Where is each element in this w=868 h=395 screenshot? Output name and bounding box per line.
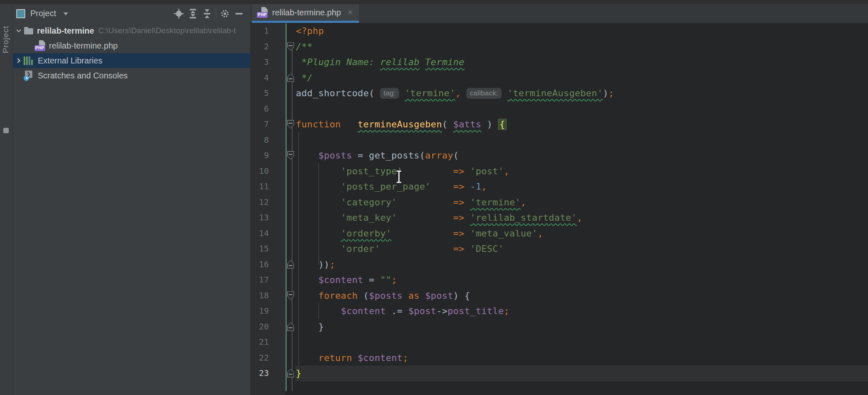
code-text: /** — [296, 39, 313, 55]
code-line-23: 23} — [250, 366, 868, 381]
line-number: 13 — [250, 210, 269, 226]
fold-column — [269, 54, 296, 70]
fold-column — [269, 366, 296, 381]
code-text: } — [296, 366, 302, 381]
fold-column — [269, 39, 296, 55]
chevron-right-icon[interactable] — [14, 57, 24, 64]
code-line-2: 2/** — [250, 39, 868, 55]
code-line-5: 5add_shortcode( tag: 'termine', callback… — [250, 85, 868, 101]
tree-row-external-libraries[interactable]: External Libraries — [13, 53, 250, 68]
folder-icon — [24, 27, 34, 35]
code-line-6: 6 — [250, 101, 868, 117]
code-text: } — [296, 319, 324, 335]
code-editor[interactable]: 1<?php2/**3 *Plugin Name: relilab Termin… — [250, 23, 868, 395]
line-number: 1 — [250, 23, 269, 39]
project-tree: relilab-termineC:\Users\Daniel\Desktop\r… — [13, 23, 250, 83]
settings-gear-icon[interactable] — [218, 7, 232, 21]
code-text: foreach ($posts as $post) { — [296, 288, 470, 304]
tree-row-scratches[interactable]: ❯Scratches and Consoles — [13, 68, 250, 83]
fold-column — [269, 272, 296, 288]
code-line-8: 8 — [250, 132, 868, 148]
fold-column — [269, 179, 296, 195]
fold-column — [269, 303, 296, 319]
line-number: 9 — [250, 148, 269, 163]
fold-marker-down-icon[interactable] — [287, 42, 294, 51]
code-line-7: 7function termineAusgeben( $atts ) { — [250, 117, 868, 132]
project-panel: Project relilab-termineC:\Users\Daniel\D… — [13, 4, 250, 395]
fold-column — [269, 334, 296, 350]
code-line-4: 4 */ — [250, 70, 868, 86]
code-line-3: 3 *Plugin Name: relilab Termine — [250, 54, 868, 70]
line-number: 19 — [250, 303, 269, 319]
php-file-icon: PHP — [257, 7, 268, 18]
code-line-20: 20 } — [250, 319, 868, 335]
line-number: 4 — [250, 70, 269, 86]
code-line-19: 19 $content .= $post->post_title; — [250, 303, 868, 319]
fold-column — [269, 132, 296, 148]
code-line-16: 16 )); — [250, 257, 868, 273]
line-number: 15 — [250, 241, 269, 257]
code-line-13: 13 'meta_key' => 'relilab_startdate', — [250, 210, 868, 226]
code-line-21: 21 — [250, 334, 868, 350]
fold-column — [269, 23, 296, 39]
stripe-tool-icon[interactable] — [3, 128, 9, 133]
code-line-12: 12 'category' => 'termine', — [250, 195, 868, 210]
stripe-project-button[interactable]: Project — [1, 26, 10, 53]
code-line-9: 9 $posts = get_posts(array( — [250, 148, 868, 163]
fold-marker-down-icon[interactable] — [287, 291, 294, 300]
fold-marker-up-icon[interactable] — [287, 322, 294, 331]
project-view-icon — [16, 9, 25, 18]
tree-row-php-file[interactable]: PHPrelilab-termine.php — [13, 38, 250, 53]
tool-window-stripe: Project — [0, 4, 13, 395]
code-text: )); — [296, 257, 335, 273]
tab-close-icon[interactable]: × — [348, 8, 353, 17]
code-text: 'orderby' => 'meta_value', — [296, 226, 543, 241]
project-panel-title: Project — [30, 9, 56, 18]
toolbar-separator — [216, 8, 216, 19]
code-text: 'order' => 'DESC' — [296, 241, 504, 257]
fold-marker-up-icon[interactable] — [287, 260, 294, 269]
tab-bar: PHP relilab-termine.php × — [250, 4, 868, 23]
fold-marker-down-icon[interactable] — [287, 120, 294, 129]
tree-label: relilab-termine — [37, 26, 94, 36]
fold-column — [269, 350, 296, 366]
fold-column — [269, 195, 296, 210]
line-number: 14 — [250, 226, 269, 241]
fold-marker-down-icon[interactable] — [287, 151, 294, 160]
line-number: 3 — [250, 54, 269, 70]
code-line-1: 1<?php — [250, 23, 868, 39]
code-text: */ — [296, 70, 313, 86]
line-number: 8 — [250, 132, 269, 148]
code-line-10: 10 'post_type' => 'post', — [250, 163, 868, 179]
fold-marker-up-icon[interactable] — [287, 73, 294, 82]
hide-panel-icon[interactable] — [232, 7, 246, 21]
locate-icon[interactable] — [172, 7, 186, 21]
dropdown-caret-icon[interactable] — [63, 11, 69, 17]
fold-column — [269, 163, 296, 179]
expand-all-icon[interactable] — [186, 7, 200, 21]
code-text: add_shortcode( tag: 'termine', callback:… — [296, 85, 614, 101]
code-text: $content .= $post->post_title; — [296, 303, 510, 319]
line-number: 11 — [250, 179, 269, 195]
line-number: 7 — [250, 117, 269, 132]
tab-relilab-termine-php[interactable]: PHP relilab-termine.php × — [252, 4, 359, 23]
fold-marker-up-icon[interactable] — [287, 369, 294, 378]
line-number: 12 — [250, 195, 269, 210]
line-number: 18 — [250, 288, 269, 304]
code-text: 'category' => 'termine', — [296, 195, 526, 210]
line-number: 10 — [250, 163, 269, 179]
scratches-icon: ❯ — [24, 70, 34, 81]
fold-column — [269, 210, 296, 226]
tree-row-root-folder[interactable]: relilab-termineC:\Users\Daniel\Desktop\r… — [13, 23, 250, 38]
tree-label: External Libraries — [38, 56, 102, 66]
chevron-down-icon[interactable] — [14, 27, 24, 34]
line-number: 17 — [250, 272, 269, 288]
fold-column — [269, 148, 296, 163]
collapse-all-icon[interactable] — [200, 7, 214, 21]
editor-area: PHP relilab-termine.php × 1<?php2/**3 *P… — [250, 4, 868, 395]
code-line-22: 22 return $content; — [250, 350, 868, 366]
code-line-11: 11 'posts_per_page' => -1, — [250, 179, 868, 195]
code-lines: 1<?php2/**3 *Plugin Name: relilab Termin… — [250, 23, 868, 381]
line-number: 6 — [250, 101, 269, 117]
line-number: 22 — [250, 350, 269, 366]
